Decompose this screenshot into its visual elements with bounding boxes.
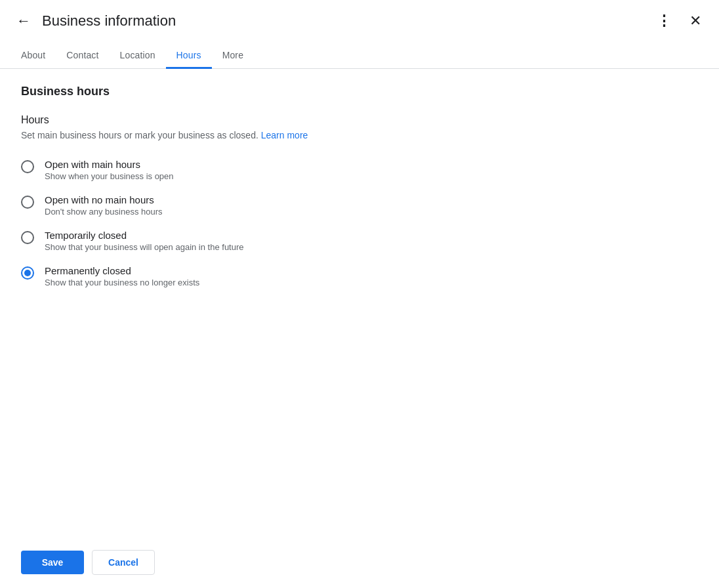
close-button[interactable]: ✕ [682, 8, 709, 34]
option-temporarily-closed-label: Temporarily closed [45, 230, 244, 241]
page-title: Business information [42, 12, 651, 30]
tab-hours[interactable]: Hours [166, 42, 212, 69]
hours-description: Set main business hours or mark your bus… [21, 130, 698, 140]
option-permanently-closed[interactable]: Permanently closed Show that your busine… [21, 265, 698, 287]
option-open-no-main-hours-sublabel: Don't show any business hours [45, 207, 163, 217]
more-dots-icon: ⋮ [657, 12, 672, 30]
cancel-button[interactable]: Cancel [92, 550, 155, 575]
option-open-no-main-hours[interactable]: Open with no main hours Don't show any b… [21, 194, 698, 217]
option-open-main-hours[interactable]: Open with main hours Show when your busi… [21, 159, 698, 181]
option-permanently-closed-label: Permanently closed [45, 265, 199, 276]
close-icon: ✕ [689, 12, 701, 30]
tab-contact[interactable]: Contact [56, 42, 109, 69]
tabs-bar: About Contact Location Hours More [0, 42, 719, 69]
option-open-no-main-hours-label: Open with no main hours [45, 194, 163, 205]
option-temporarily-closed[interactable]: Temporarily closed Show that your busine… [21, 230, 698, 252]
radio-open-main-hours[interactable] [21, 160, 34, 173]
radio-temporarily-closed[interactable] [21, 231, 34, 244]
header: ← Business information ⋮ ✕ [0, 0, 719, 42]
save-button[interactable]: Save [21, 551, 84, 574]
back-button[interactable]: ← [10, 8, 37, 34]
footer: Save Cancel [0, 537, 719, 588]
main-content: Business hours Hours Set main business h… [0, 69, 719, 303]
tab-more[interactable]: More [212, 42, 254, 69]
tab-location[interactable]: Location [110, 42, 166, 69]
section-title: Business hours [21, 85, 698, 98]
learn-more-link[interactable]: Learn more [261, 130, 308, 140]
tab-about[interactable]: About [10, 42, 56, 69]
radio-permanently-closed[interactable] [21, 266, 34, 280]
back-icon: ← [16, 12, 31, 30]
option-open-main-hours-label: Open with main hours [45, 159, 174, 170]
header-actions: ⋮ ✕ [651, 8, 709, 34]
option-temporarily-closed-sublabel: Show that your business will open again … [45, 242, 244, 252]
option-open-main-hours-sublabel: Show when your business is open [45, 171, 174, 181]
hours-label: Hours [21, 114, 698, 126]
more-options-button[interactable]: ⋮ [651, 8, 677, 34]
option-permanently-closed-sublabel: Show that your business no longer exists [45, 278, 199, 287]
radio-open-no-main-hours[interactable] [21, 196, 34, 209]
